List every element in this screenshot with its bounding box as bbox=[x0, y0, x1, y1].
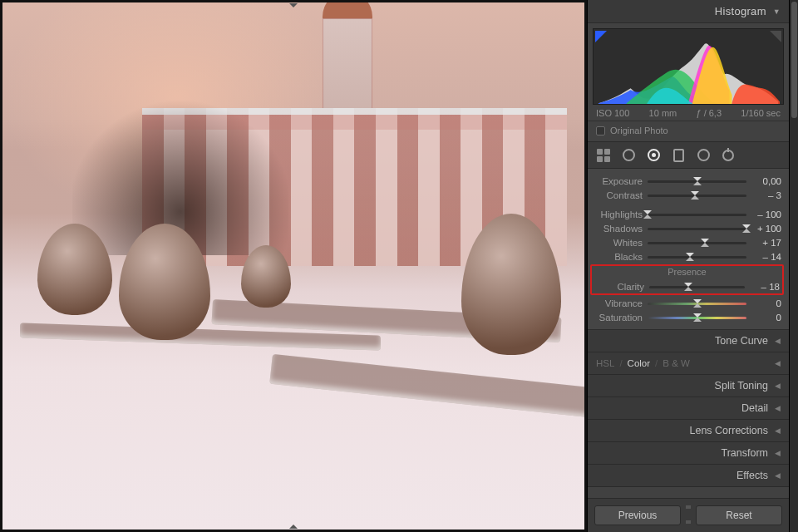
collapse-icon: ◀ bbox=[775, 471, 781, 480]
radial-filter-tool[interactable] bbox=[696, 148, 711, 163]
vibrance-label: Vibrance bbox=[593, 298, 643, 308]
collapse-icon: ◀ bbox=[775, 404, 781, 412]
histogram-svg bbox=[594, 29, 783, 105]
whites-value[interactable]: + 17 bbox=[751, 238, 781, 248]
exif-shutter: 1/160 sec bbox=[741, 108, 781, 118]
highlights-label: Highlights bbox=[593, 209, 643, 219]
detail-panel[interactable]: Detail ◀ bbox=[588, 397, 789, 420]
brush-tool[interactable] bbox=[721, 148, 736, 163]
clarity-slider[interactable] bbox=[649, 281, 745, 293]
histogram-header[interactable]: Histogram bbox=[588, 0, 789, 23]
split-toning-label: Split Toning bbox=[715, 380, 768, 392]
split-toning-panel[interactable]: Split Toning ◀ bbox=[588, 375, 789, 397]
highlights-value[interactable]: – 100 bbox=[751, 209, 781, 219]
contrast-value[interactable]: – 3 bbox=[751, 190, 781, 200]
exif-iso: ISO 100 bbox=[596, 108, 629, 118]
detail-label: Detail bbox=[741, 402, 768, 414]
collapse-icon: ◀ bbox=[775, 382, 781, 390]
blacks-slider[interactable] bbox=[648, 251, 746, 263]
tone-curve-label: Tone Curve bbox=[715, 335, 768, 347]
svg-rect-1 bbox=[727, 148, 729, 152]
collapse-icon bbox=[773, 7, 781, 16]
exif-row: ISO 100 10 mm ƒ / 6,3 1/160 sec bbox=[588, 105, 789, 121]
original-photo-label: Original Photo bbox=[610, 126, 668, 135]
shadows-label: Shadows bbox=[593, 224, 643, 234]
histogram[interactable] bbox=[593, 28, 784, 105]
vibrance-slider[interactable] bbox=[648, 298, 746, 309]
saturation-slider[interactable] bbox=[648, 312, 746, 323]
highlights-row: Highlights – 100 bbox=[593, 207, 781, 221]
effects-label: Effects bbox=[736, 470, 768, 481]
image-preview[interactable] bbox=[2, 2, 584, 530]
panel-scrollbar[interactable] bbox=[789, 0, 798, 532]
grad-filter-tool[interactable] bbox=[671, 148, 686, 163]
vibrance-row: Vibrance 0 bbox=[593, 296, 781, 310]
hsl-tabs: HSL/ Color/ B & W bbox=[596, 358, 690, 368]
collapse-icon: ◀ bbox=[775, 426, 781, 435]
presence-highlight: Presence Clarity – 18 bbox=[590, 264, 784, 295]
collapse-icon: ◀ bbox=[775, 449, 781, 457]
vibrance-value[interactable]: 0 bbox=[751, 298, 781, 308]
redeye-tool[interactable] bbox=[646, 148, 661, 163]
clarity-label: Clarity bbox=[594, 282, 644, 292]
contrast-label: Contrast bbox=[593, 190, 643, 200]
clarity-value[interactable]: – 18 bbox=[750, 282, 780, 292]
shadows-slider[interactable] bbox=[648, 223, 746, 234]
shadows-row: Shadows + 100 bbox=[593, 221, 781, 235]
effects-panel[interactable]: Effects ◀ bbox=[588, 465, 789, 487]
previous-button[interactable]: Previous bbox=[594, 505, 681, 525]
shadows-value[interactable]: + 100 bbox=[751, 224, 781, 234]
clarity-row: Clarity – 18 bbox=[594, 279, 780, 293]
exposure-value[interactable]: 0,00 bbox=[751, 176, 781, 186]
footer-buttons: Previous Reset bbox=[588, 498, 789, 532]
button-sep bbox=[686, 505, 691, 524]
lens-panel[interactable]: Lens Corrections ◀ bbox=[588, 420, 789, 442]
original-photo-row[interactable]: Original Photo bbox=[588, 121, 789, 142]
exif-aperture: ƒ / 6,3 bbox=[696, 108, 722, 118]
presence-title: Presence bbox=[594, 264, 780, 279]
frame-notch-bottom bbox=[289, 525, 298, 529]
original-photo-checkbox[interactable] bbox=[596, 126, 605, 135]
tone-curve-panel[interactable]: Tone Curve ◀ bbox=[588, 330, 789, 352]
contrast-row: Contrast – 3 bbox=[593, 188, 781, 202]
spot-tool[interactable] bbox=[621, 148, 636, 163]
hsl-tab-color[interactable]: Color bbox=[628, 358, 650, 368]
blacks-label: Blacks bbox=[593, 252, 643, 262]
blacks-value[interactable]: – 14 bbox=[751, 252, 781, 262]
exposure-row: Exposure 0,00 bbox=[593, 174, 781, 188]
histogram-title: Histogram bbox=[715, 5, 766, 17]
develop-panel: Histogram ISO 100 10 mm ƒ / 6, bbox=[587, 0, 789, 532]
exposure-label: Exposure bbox=[593, 176, 643, 186]
saturation-value[interactable]: 0 bbox=[751, 313, 781, 323]
saturation-row: Saturation 0 bbox=[593, 310, 781, 324]
highlights-slider[interactable] bbox=[648, 209, 746, 220]
hsl-tab-bw[interactable]: B & W bbox=[663, 358, 690, 368]
contrast-slider[interactable] bbox=[648, 190, 746, 201]
exposure-slider[interactable] bbox=[648, 175, 746, 187]
local-tools-row bbox=[588, 142, 789, 169]
blacks-row: Blacks – 14 bbox=[593, 249, 781, 264]
crop-tool[interactable] bbox=[596, 148, 611, 163]
whites-row: Whites + 17 bbox=[593, 235, 781, 249]
exif-focal: 10 mm bbox=[649, 108, 677, 118]
collapse-icon: ◀ bbox=[775, 337, 781, 345]
photo-tree bbox=[72, 39, 288, 255]
whites-label: Whites bbox=[593, 238, 643, 248]
reset-button[interactable]: Reset bbox=[696, 505, 782, 525]
saturation-label: Saturation bbox=[593, 313, 643, 323]
hsl-tab-hsl[interactable]: HSL bbox=[596, 358, 614, 368]
collapse-icon: ◀ bbox=[775, 359, 781, 367]
hsl-panel[interactable]: HSL/ Color/ B & W ◀ bbox=[588, 352, 789, 375]
frame-notch-top bbox=[289, 3, 298, 7]
transform-label: Transform bbox=[722, 447, 769, 459]
transform-panel[interactable]: Transform ◀ bbox=[588, 442, 789, 465]
basic-sliders: Exposure 0,00 Contrast – 3 Highlights – … bbox=[588, 169, 789, 330]
scrollbar-thumb[interactable] bbox=[791, 2, 797, 118]
closed-panels: Tone Curve ◀ HSL/ Color/ B & W ◀ Split T… bbox=[588, 330, 789, 487]
whites-slider[interactable] bbox=[648, 237, 746, 249]
lens-label: Lens Corrections bbox=[690, 425, 769, 436]
